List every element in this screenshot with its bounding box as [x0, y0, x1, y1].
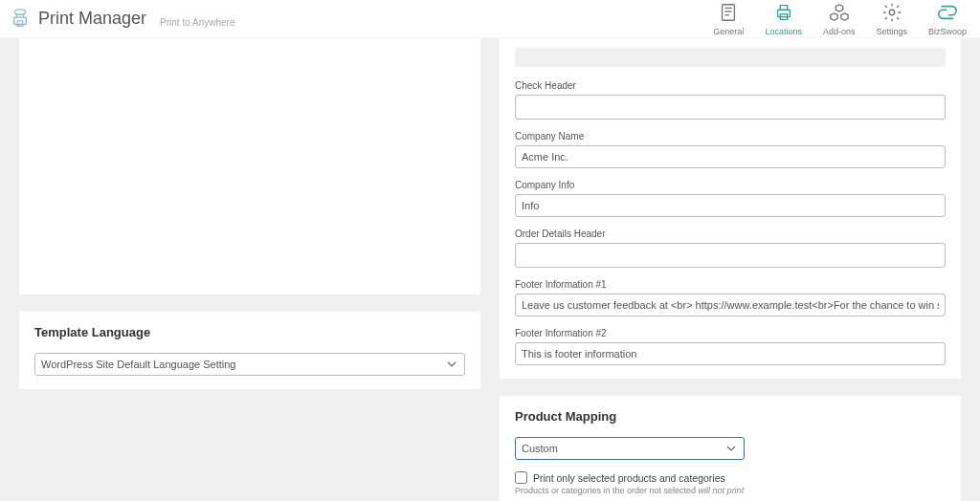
nav-label: Add-ons: [823, 27, 856, 36]
nav-settings[interactable]: Settings: [876, 2, 907, 36]
svg-rect-6: [777, 10, 790, 16]
nav-bizswoop[interactable]: BizSwoop: [928, 2, 967, 36]
document-icon: [718, 2, 739, 25]
company-name-input[interactable]: [515, 145, 946, 168]
nav-locations[interactable]: Locations: [765, 2, 802, 36]
printer-icon: [773, 2, 794, 25]
gear-icon: [881, 2, 902, 25]
svg-point-8: [889, 10, 895, 15]
boxes-icon: [829, 2, 850, 25]
nav-addons[interactable]: Add-ons: [823, 2, 856, 36]
template-language-title: Template Language: [34, 325, 465, 339]
print-manager-logo-icon: [10, 9, 31, 30]
main-content: Template Language WordPress Site Default…: [0, 38, 980, 501]
top-header: Print Manager Print to Anywhere General …: [0, 0, 980, 38]
brand-subtitle: Print to Anywhere: [160, 17, 234, 28]
brand-title: Print Manager: [38, 9, 146, 29]
right-column: Check Header Company Name Company Info O…: [500, 38, 961, 501]
footer1-label: Footer Information #1: [515, 279, 946, 290]
order-details-header-label: Order Details Header: [515, 229, 946, 239]
preview-placeholder: [515, 48, 946, 67]
template-fields-card: Check Header Company Name Company Info O…: [500, 38, 961, 379]
company-name-label: Company Name: [515, 131, 946, 142]
left-column: Template Language WordPress Site Default…: [19, 38, 480, 501]
top-nav: General Locations Add-ons Settings BizSw…: [713, 2, 967, 36]
footer2-input[interactable]: [515, 342, 946, 365]
company-info-input[interactable]: [515, 194, 946, 217]
nav-label: Locations: [765, 27, 802, 36]
bizswoop-icon: [937, 2, 958, 25]
nav-label: Settings: [876, 27, 907, 36]
product-mapping-title: Product Mapping: [515, 409, 946, 424]
nav-general[interactable]: General: [713, 2, 744, 36]
order-details-header-input[interactable]: [515, 243, 946, 268]
left-top-card: [19, 38, 480, 294]
svg-rect-2: [723, 4, 735, 20]
check-header-input[interactable]: [515, 95, 946, 120]
product-mapping-card: Product Mapping Custom Print only select…: [500, 396, 961, 501]
template-language-card: Template Language WordPress Site Default…: [19, 312, 480, 389]
brand: Print Manager Print to Anywhere: [10, 9, 234, 30]
print-only-selected-label: Print only selected products and categor…: [533, 472, 725, 484]
product-mapping-select[interactable]: Custom: [515, 437, 745, 460]
svg-rect-1: [17, 20, 23, 26]
company-info-label: Company Info: [515, 180, 946, 190]
footer2-label: Footer Information #2: [515, 328, 946, 338]
check-header-label: Check Header: [515, 80, 946, 91]
print-only-selected-checkbox[interactable]: [515, 471, 527, 484]
footer1-input[interactable]: [515, 294, 946, 316]
template-language-select[interactable]: WordPress Site Default Language Setting: [34, 353, 465, 376]
product-mapping-hint: Products or categories in the order not …: [515, 486, 946, 495]
nav-label: BizSwoop: [928, 27, 967, 36]
nav-label: General: [713, 27, 744, 36]
